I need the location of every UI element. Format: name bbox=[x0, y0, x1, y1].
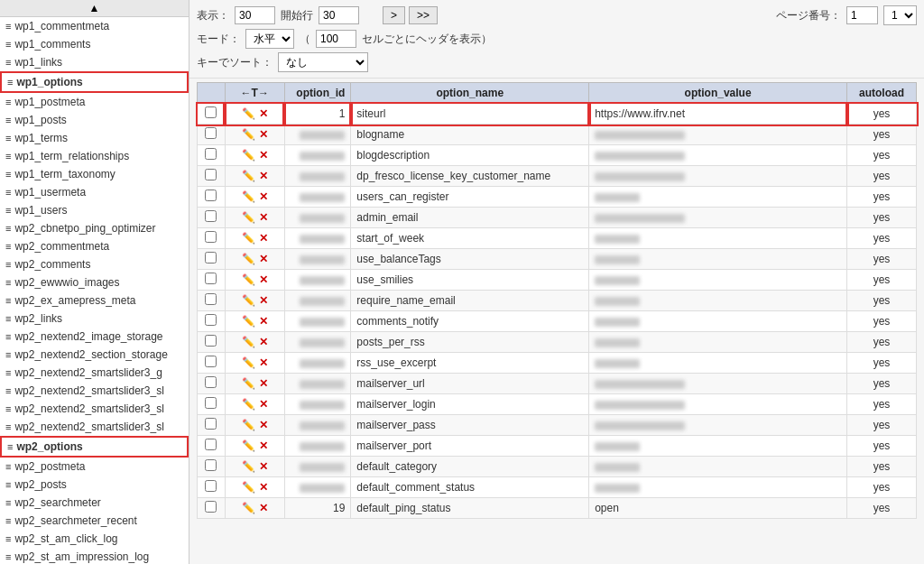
sidebar-item-25[interactable]: ≡wp2_posts bbox=[0, 476, 189, 494]
sidebar-item-11[interactable]: ≡wp2_cbnetpo_ping_optimizer bbox=[0, 219, 189, 237]
delete-icon[interactable]: ✕ bbox=[259, 460, 268, 473]
sidebar-item-26[interactable]: ≡wp2_searchmeter bbox=[0, 494, 189, 512]
edit-icon[interactable]: ✏️ bbox=[242, 211, 255, 224]
delete-icon[interactable]: ✕ bbox=[259, 273, 268, 286]
sidebar-item-1[interactable]: ≡wp1_comments bbox=[0, 35, 189, 53]
delete-icon[interactable]: ✕ bbox=[259, 398, 268, 411]
sidebar-item-22[interactable]: ≡wp2_nextend2_smartslider3_sl bbox=[0, 418, 189, 436]
sort-select[interactable]: なし bbox=[278, 52, 368, 72]
col-header-name[interactable]: option_name bbox=[351, 83, 589, 104]
row-checkbox[interactable] bbox=[205, 106, 217, 118]
sidebar-item-15[interactable]: ≡wp2_ex_amepress_meta bbox=[0, 291, 189, 310]
delete-icon[interactable]: ✕ bbox=[259, 336, 268, 348]
sidebar-item-18[interactable]: ≡wp2_nextend2_section_storage bbox=[0, 346, 189, 364]
edit-icon[interactable]: ✏️ bbox=[242, 419, 255, 431]
row-checkbox[interactable] bbox=[205, 335, 217, 347]
sidebar-item-8[interactable]: ≡wp1_term_taxonomy bbox=[0, 165, 189, 183]
row-checkbox[interactable] bbox=[205, 252, 217, 264]
sidebar-item-6[interactable]: ≡wp1_terms bbox=[0, 129, 189, 147]
sidebar-item-7[interactable]: ≡wp1_term_relationships bbox=[0, 147, 189, 165]
delete-icon[interactable]: ✕ bbox=[259, 439, 268, 452]
edit-icon[interactable]: ✏️ bbox=[242, 377, 255, 390]
delete-icon[interactable]: ✕ bbox=[259, 502, 268, 514]
delete-icon[interactable]: ✕ bbox=[259, 107, 268, 120]
sidebar-item-28[interactable]: ≡wp2_st_am_click_log bbox=[0, 530, 189, 548]
edit-icon[interactable]: ✏️ bbox=[242, 356, 255, 369]
delete-icon[interactable]: ✕ bbox=[259, 190, 268, 203]
row-checkbox[interactable] bbox=[205, 418, 217, 430]
row-checkbox[interactable] bbox=[205, 376, 217, 388]
row-checkbox[interactable] bbox=[205, 459, 217, 471]
edit-icon[interactable]: ✏️ bbox=[242, 502, 255, 514]
row-checkbox[interactable] bbox=[205, 293, 217, 305]
row-checkbox[interactable] bbox=[205, 231, 217, 243]
sidebar-item-10[interactable]: ≡wp1_users bbox=[0, 201, 189, 219]
edit-icon[interactable]: ✏️ bbox=[242, 128, 255, 141]
sidebar-item-4[interactable]: ≡wp1_postmeta bbox=[0, 93, 189, 111]
sidebar-item-3[interactable]: ≡wp1_options bbox=[0, 71, 189, 93]
sidebar-item-5[interactable]: ≡wp1_posts bbox=[0, 111, 189, 129]
row-checkbox[interactable] bbox=[205, 439, 217, 450]
edit-icon[interactable]: ✏️ bbox=[242, 170, 255, 182]
row-checkbox[interactable] bbox=[205, 127, 217, 139]
row-checkbox[interactable] bbox=[205, 190, 217, 201]
delete-icon[interactable]: ✕ bbox=[259, 170, 268, 182]
row-checkbox[interactable] bbox=[205, 169, 217, 180]
edit-icon[interactable]: ✏️ bbox=[242, 315, 255, 328]
edit-icon[interactable]: ✏️ bbox=[242, 190, 255, 203]
col-header-id[interactable]: option_id bbox=[284, 83, 351, 104]
delete-icon[interactable]: ✕ bbox=[259, 419, 268, 431]
sidebar-item-23[interactable]: ≡wp2_options bbox=[0, 436, 189, 458]
edit-icon[interactable]: ✏️ bbox=[242, 149, 255, 162]
row-checkbox[interactable] bbox=[205, 356, 217, 367]
edit-icon[interactable]: ✏️ bbox=[242, 232, 255, 245]
edit-icon[interactable]: ✏️ bbox=[242, 294, 255, 307]
delete-icon[interactable]: ✕ bbox=[259, 253, 268, 265]
delete-icon[interactable]: ✕ bbox=[259, 481, 268, 494]
edit-icon[interactable]: ✏️ bbox=[242, 398, 255, 411]
edit-icon[interactable]: ✏️ bbox=[242, 107, 255, 120]
delete-icon[interactable]: ✕ bbox=[259, 211, 268, 224]
edit-icon[interactable]: ✏️ bbox=[242, 481, 255, 494]
row-checkbox[interactable] bbox=[205, 273, 217, 284]
delete-icon[interactable]: ✕ bbox=[259, 377, 268, 390]
delete-icon[interactable]: ✕ bbox=[259, 356, 268, 369]
sidebar-item-0[interactable]: ≡wp1_commentmeta bbox=[0, 17, 189, 35]
row-checkbox[interactable] bbox=[205, 210, 217, 222]
sidebar-item-13[interactable]: ≡wp2_comments bbox=[0, 255, 189, 273]
page-select[interactable]: 1 2 3 bbox=[883, 5, 917, 25]
sidebar-item-9[interactable]: ≡wp1_usermeta bbox=[0, 183, 189, 201]
edit-icon[interactable]: ✏️ bbox=[242, 273, 255, 286]
sidebar-item-12[interactable]: ≡wp2_commentmeta bbox=[0, 237, 189, 255]
row-checkbox[interactable] bbox=[205, 480, 217, 492]
page-input[interactable] bbox=[846, 6, 878, 24]
edit-icon[interactable]: ✏️ bbox=[242, 336, 255, 348]
delete-icon[interactable]: ✕ bbox=[259, 149, 268, 162]
row-checkbox[interactable] bbox=[205, 148, 217, 160]
row-checkbox[interactable] bbox=[205, 397, 217, 409]
mode-select[interactable]: 水平 垂直 bbox=[245, 29, 294, 49]
col-header-auto[interactable]: autoload bbox=[847, 83, 917, 104]
start-input[interactable] bbox=[319, 6, 359, 24]
edit-icon[interactable]: ✏️ bbox=[242, 253, 255, 265]
delete-icon[interactable]: ✕ bbox=[259, 294, 268, 307]
sidebar-item-19[interactable]: ≡wp2_nextend2_smartslider3_g bbox=[0, 364, 189, 382]
edit-icon[interactable]: ✏️ bbox=[242, 460, 255, 473]
sidebar-item-16[interactable]: ≡wp2_links bbox=[0, 310, 189, 328]
col-header-value[interactable]: option_value bbox=[589, 83, 847, 104]
delete-icon[interactable]: ✕ bbox=[259, 232, 268, 245]
sidebar-item-21[interactable]: ≡wp2_nextend2_smartslider3_sl bbox=[0, 400, 189, 418]
edit-icon[interactable]: ✏️ bbox=[242, 439, 255, 452]
per-cell-input[interactable] bbox=[316, 30, 356, 48]
sidebar-item-17[interactable]: ≡wp2_nextend2_image_storage bbox=[0, 328, 189, 346]
sidebar-item-20[interactable]: ≡wp2_nextend2_smartslider3_sl bbox=[0, 382, 189, 400]
sidebar-item-2[interactable]: ≡wp1_links bbox=[0, 53, 189, 71]
sidebar-scroll-up[interactable]: ▲ bbox=[0, 0, 189, 17]
row-checkbox[interactable] bbox=[205, 501, 217, 513]
next-end-btn[interactable]: >> bbox=[409, 6, 438, 24]
sidebar-item-27[interactable]: ≡wp2_searchmeter_recent bbox=[0, 512, 189, 530]
display-input[interactable] bbox=[235, 6, 275, 24]
sidebar-item-24[interactable]: ≡wp2_postmeta bbox=[0, 458, 189, 476]
sidebar-item-29[interactable]: ≡wp2_st_am_impression_log bbox=[0, 548, 189, 564]
row-checkbox[interactable] bbox=[205, 314, 217, 326]
